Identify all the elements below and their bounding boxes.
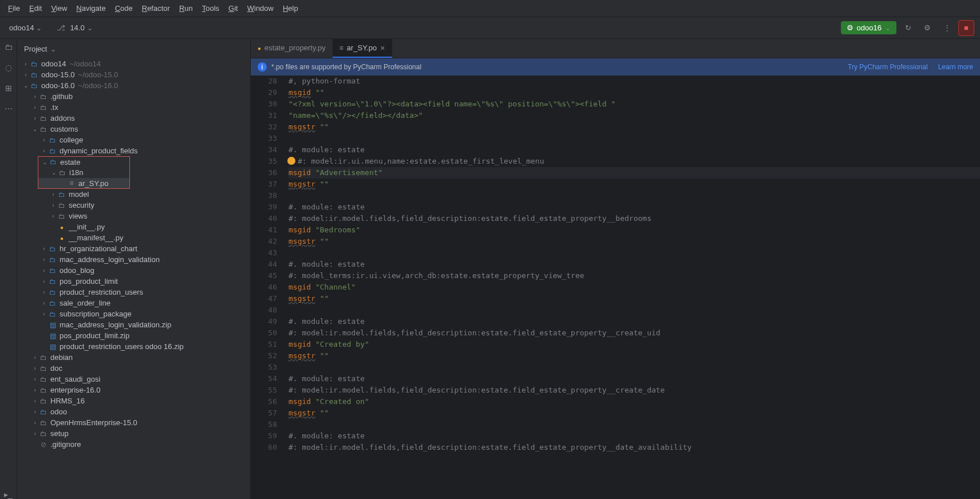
tree-node-mac-address-login-validation-zip[interactable]: mac_address_login_validation.zip [17, 319, 250, 330]
tree-node-openhrmsenterprise-15-0[interactable]: OpenHrmsEnterprise-15.0 [17, 417, 250, 428]
code-line[interactable]: #: model:ir.model.fields,field_descripti… [289, 327, 980, 339]
code-line[interactable]: msgid "Channel" [289, 282, 980, 293]
stop-button[interactable]: ■ [958, 20, 974, 36]
code-line[interactable]: #. module: estate [289, 430, 980, 442]
code-line[interactable]: #: model_terms:ir.ui.view,arch_db:estate… [289, 270, 980, 282]
tree-node-odoo[interactable]: odoo [17, 406, 250, 417]
code-line[interactable]: "name=\"%s\"/></field></data>" [289, 110, 980, 121]
chevron-icon[interactable] [31, 376, 39, 382]
tree-node-doc[interactable]: doc [17, 363, 250, 374]
commit-tool-icon[interactable]: ◌ [5, 63, 12, 72]
tree-node-odoo-15-0[interactable]: odoo-15.0~/odoo-15.0 [17, 69, 250, 80]
tree-node-views[interactable]: views [17, 211, 250, 221]
chevron-icon[interactable] [40, 256, 48, 263]
menu-item-window[interactable]: Window [243, 2, 278, 15]
tree-node-ent-saudi-gosi[interactable]: ent_saudi_gosi [17, 374, 250, 385]
code-line[interactable]: msgid "Created by" [289, 339, 980, 350]
project-tree[interactable]: odoo14~/odoo14odoo-15.0~/odoo-15.0odoo-1… [17, 58, 250, 499]
tree-node-estate[interactable]: estate [38, 156, 130, 167]
menu-item-view[interactable]: View [46, 2, 72, 15]
code-line[interactable] [289, 419, 980, 430]
rerun-button[interactable]: ↻ [900, 20, 916, 36]
code-line[interactable]: #. module: estate [289, 144, 980, 156]
chevron-icon[interactable] [49, 213, 57, 219]
code-line[interactable]: msgstr "" [289, 236, 980, 247]
code-line[interactable]: #. module: estate [289, 316, 980, 327]
tree-node-customs[interactable]: customs [17, 124, 250, 134]
code-line[interactable] [289, 133, 980, 144]
chevron-icon[interactable] [41, 159, 49, 165]
code-line[interactable]: msgid "Bedrooms" [289, 224, 980, 236]
tree-node-ar-sy-po[interactable]: ar_SY.po [38, 178, 130, 189]
chevron-icon[interactable] [40, 311, 48, 317]
intention-bulb-icon[interactable] [287, 157, 295, 165]
code-line[interactable]: msgid "" [289, 87, 980, 98]
menu-item-git[interactable]: Git [224, 2, 243, 15]
code-editor[interactable]: 2829303132333435363738394041424344454647… [251, 76, 980, 499]
chevron-icon[interactable] [49, 191, 57, 197]
code-line[interactable] [289, 247, 980, 259]
chevron-icon[interactable] [49, 202, 57, 208]
chevron-icon[interactable] [40, 300, 48, 306]
project-panel-header[interactable]: Project [17, 39, 250, 58]
menu-item-code[interactable]: Code [110, 2, 137, 15]
run-configuration[interactable]: ⚙ odoo16 [841, 21, 896, 34]
code-line[interactable] [289, 362, 980, 373]
chevron-icon[interactable] [22, 72, 30, 78]
code-line[interactable]: msgid "Advertisement" [289, 167, 980, 179]
tree-node--gitignore[interactable]: .gitignore [17, 439, 250, 450]
tree-node-product-restriction-users[interactable]: product_restriction_users [17, 287, 250, 298]
menu-item-help[interactable]: Help [278, 2, 303, 15]
tree-node-subscription-package[interactable]: subscription_package [17, 308, 250, 319]
chevron-icon[interactable] [50, 169, 58, 176]
learn-more-link[interactable]: Learn more [938, 63, 973, 71]
chevron-icon[interactable] [40, 289, 48, 295]
menu-item-navigate[interactable]: Navigate [72, 2, 110, 15]
chevron-icon[interactable] [31, 115, 39, 121]
git-branch-selector[interactable]: 14.0 [53, 21, 96, 34]
tree-node---manifest---py[interactable]: __manifest__.py [17, 232, 250, 243]
chevron-icon[interactable] [31, 354, 39, 361]
chevron-icon[interactable] [40, 148, 48, 154]
tree-node-odoo-16-0[interactable]: odoo-16.0~/odoo-16.0 [17, 80, 250, 91]
chevron-icon[interactable] [31, 419, 39, 426]
tree-node---init---py[interactable]: __init__.py [17, 221, 250, 232]
chevron-icon[interactable] [40, 245, 48, 252]
tree-node-enterprise-16-0[interactable]: enterprise-16.0 [17, 385, 250, 395]
tree-node-dynamic-product-fields[interactable]: dynamic_product_fields [17, 145, 250, 156]
tree-node-odoo-blog[interactable]: odoo_blog [17, 265, 250, 276]
code-line[interactable]: msgstr "" [289, 407, 980, 419]
code-line[interactable]: msgstr "" [289, 350, 980, 362]
chevron-icon[interactable] [31, 398, 39, 404]
tab-ar-sy-po[interactable]: ar_SY.po× [333, 39, 392, 58]
code-line[interactable]: msgstr "" [289, 179, 980, 190]
tree-node-odoo14[interactable]: odoo14~/odoo14 [17, 58, 250, 69]
chevron-icon[interactable] [31, 365, 39, 371]
chevron-icon[interactable] [31, 104, 39, 110]
code-line[interactable]: #: model:ir.model.fields,field_descripti… [289, 385, 980, 396]
debug-button[interactable]: ⚙ [919, 20, 935, 36]
chevron-icon[interactable] [40, 278, 48, 284]
tree-node-i18n[interactable]: i18n [38, 167, 130, 178]
code-line[interactable]: msgstr "" [289, 293, 980, 304]
code-line[interactable]: #. module: estate [289, 201, 980, 213]
tree-node--github[interactable]: .github [17, 91, 250, 102]
more-button[interactable]: ⋮ [939, 20, 955, 36]
code-line[interactable]: #. module: estate [289, 373, 980, 385]
tree-node-sale-order-line[interactable]: sale_order_line [17, 298, 250, 308]
chevron-icon[interactable] [31, 409, 39, 415]
code-line[interactable]: msgid "Created on" [289, 396, 980, 407]
tree-node-pos-product-limit-zip[interactable]: pos_product_limit.zip [17, 330, 250, 341]
menu-item-run[interactable]: Run [175, 2, 197, 15]
chevron-icon[interactable] [40, 137, 48, 143]
chevron-icon[interactable] [31, 430, 39, 437]
tree-node-debian[interactable]: debian [17, 352, 250, 363]
tree-node-product-restriction-users-odoo-16-zip[interactable]: product_restriction_users odoo 16.zip [17, 341, 250, 352]
tree-node-hrms-16[interactable]: HRMS_16 [17, 395, 250, 406]
code-line[interactable]: #, python-format [289, 76, 980, 87]
code-line[interactable]: #: model:ir.model.fields,field_descripti… [289, 213, 980, 224]
tree-node--tx[interactable]: .tx [17, 102, 250, 113]
chevron-icon[interactable] [22, 61, 30, 67]
code-line[interactable]: #: model:ir.ui.menu,name:estate.estate_f… [289, 156, 980, 167]
menu-item-file[interactable]: File [3, 2, 25, 15]
